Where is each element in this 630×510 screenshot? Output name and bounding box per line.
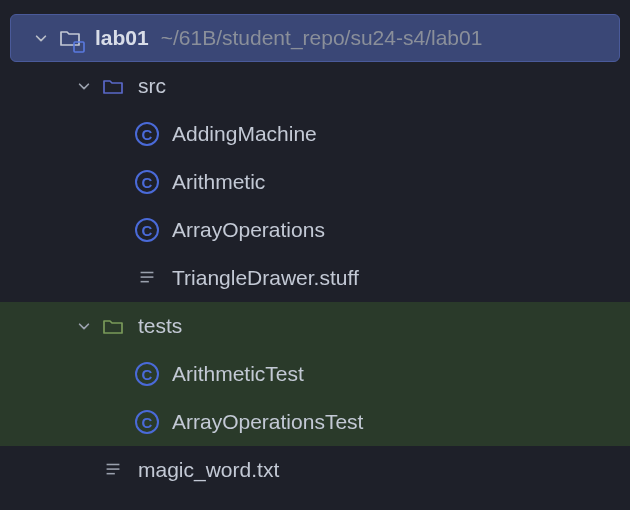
file-label: magic_word.txt [138,458,279,482]
tree-row-adding-machine[interactable]: C AddingMachine [0,110,630,158]
class-icon: C [134,169,160,195]
tree-row-arithmetic-test[interactable]: C ArithmeticTest [0,350,630,398]
svg-rect-0 [74,42,84,52]
text-file-icon [100,457,126,483]
class-icon: C [134,361,160,387]
class-icon: C [134,217,160,243]
tree-row-magic-word[interactable]: magic_word.txt [0,446,630,494]
file-label: ArrayOperationsTest [172,410,363,434]
tree-row-tests[interactable]: tests [0,302,630,350]
class-icon: C [134,409,160,435]
tree-row-arithmetic[interactable]: C Arithmetic [0,158,630,206]
file-label: ArithmeticTest [172,362,304,386]
tree-row-array-operations-test[interactable]: C ArrayOperationsTest [0,398,630,446]
file-label: TriangleDrawer.stuff [172,266,359,290]
folder-tests-icon [100,313,126,339]
tree-row-array-operations[interactable]: C ArrayOperations [0,206,630,254]
module-folder-icon [57,25,83,51]
chevron-down-icon[interactable] [74,76,94,96]
class-icon: C [134,121,160,147]
tree-row-src[interactable]: src [0,62,630,110]
tree-row-root[interactable]: lab01 ~/61B/student_repo/su24-s4/lab01 [10,14,620,62]
chevron-down-icon[interactable] [31,28,51,48]
file-label: AddingMachine [172,122,317,146]
folder-icon [100,73,126,99]
file-label: ArrayOperations [172,218,325,242]
chevron-down-icon[interactable] [74,316,94,336]
tests-label: tests [138,314,182,338]
src-label: src [138,74,166,98]
root-name: lab01 [95,26,149,50]
file-label: Arithmetic [172,170,265,194]
tree-row-triangle-drawer[interactable]: TriangleDrawer.stuff [0,254,630,302]
root-path: ~/61B/student_repo/su24-s4/lab01 [161,26,483,50]
text-file-icon [134,265,160,291]
